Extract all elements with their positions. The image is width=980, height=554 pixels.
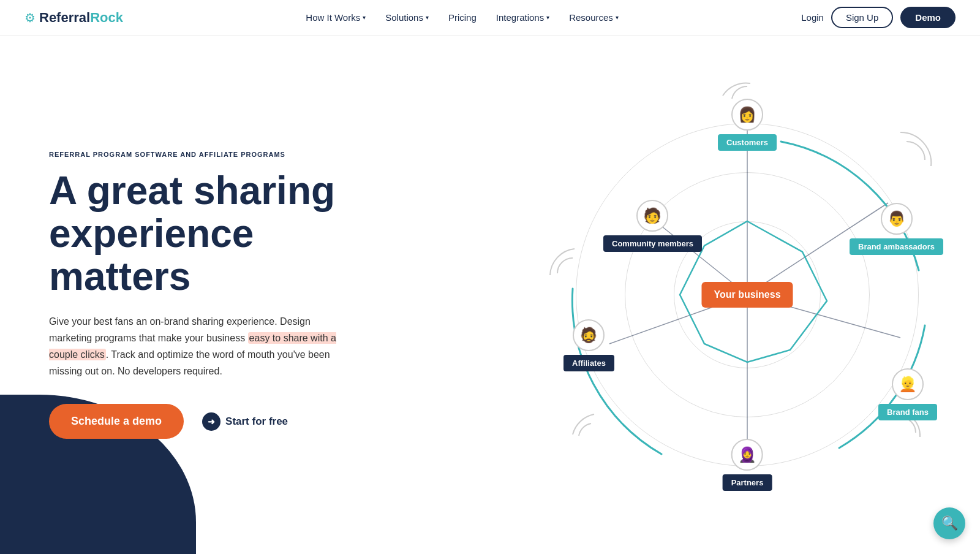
chevron-down-icon: ▾ [616,14,619,21]
nav-integrations[interactable]: Integrations ▾ [496,12,549,23]
logo-icon: ⚙ [24,10,36,25]
nav-solutions[interactable]: Solutions ▾ [385,12,429,23]
label-brand-fans: Brand fans [878,404,937,420]
avatar-brand-fans: 👱 [892,368,924,400]
hero-title: A great sharing experience matters [49,169,368,298]
business-label: Your business [701,282,793,308]
node-brand-fans: 👱 Brand fans [878,368,937,420]
avatar-ambassadors: 👨 [881,203,913,235]
nav-how-it-works[interactable]: How It Works ▾ [306,12,366,23]
avatar-community: 🧑 [636,200,668,232]
node-ambassadors: 👨 Brand ambassadors [850,203,943,255]
hero-diagram: 🏢 Your business 👩 Customers 🧑 Community … [539,80,956,509]
diagram-container: 🏢 Your business 👩 Customers 🧑 Community … [539,80,956,509]
navbar: ⚙ ReferralRock How It Works ▾ Solutions … [0,0,980,36]
demo-button[interactable]: Demo [900,7,956,28]
arrow-icon: ➜ [202,412,221,431]
node-customers: 👩 Customers [718,99,777,151]
avatar-affiliates: 🧔 [573,319,605,351]
label-affiliates: Affiliates [564,355,614,371]
hero-actions: Schedule a demo ➜ Start for free [49,404,368,439]
avatar-customers: 👩 [731,99,763,131]
nav-pricing[interactable]: Pricing [448,12,477,23]
label-customers: Customers [718,134,777,151]
hero-tag: Referral Program Software and Affiliate … [49,151,368,158]
hero-content: Referral Program Software and Affiliate … [49,151,368,439]
logo[interactable]: ⚙ ReferralRock [24,10,123,26]
logo-text: ReferralRock [39,10,123,26]
hero-section: Referral Program Software and Affiliate … [0,36,980,554]
start-free-button[interactable]: ➜ Start for free [202,412,288,431]
nav-actions: Login Sign Up Demo [801,7,956,28]
signup-button[interactable]: Sign Up [831,7,893,28]
node-community: 🧑 Community members [603,200,702,252]
nav-links: How It Works ▾ Solutions ▾ Pricing Integ… [306,12,619,23]
chevron-down-icon: ▾ [546,14,549,21]
hero-desc: Give your best fans an on-brand sharing … [49,313,343,380]
chevron-down-icon: ▾ [426,14,429,21]
chevron-down-icon: ▾ [363,14,366,21]
node-partners: 🧕 Partners [723,439,772,491]
schedule-demo-button[interactable]: Schedule a demo [49,404,184,439]
nav-resources[interactable]: Resources ▾ [569,12,619,23]
node-affiliates: 🧔 Affiliates [564,319,614,371]
avatar-partners: 🧕 [731,439,763,471]
label-community: Community members [603,235,702,252]
label-ambassadors: Brand ambassadors [850,238,943,255]
label-partners: Partners [723,474,772,491]
business-center-group: 🏢 Your business [734,281,760,308]
chat-button[interactable]: 🔍 [933,507,965,539]
login-button[interactable]: Login [801,12,824,23]
